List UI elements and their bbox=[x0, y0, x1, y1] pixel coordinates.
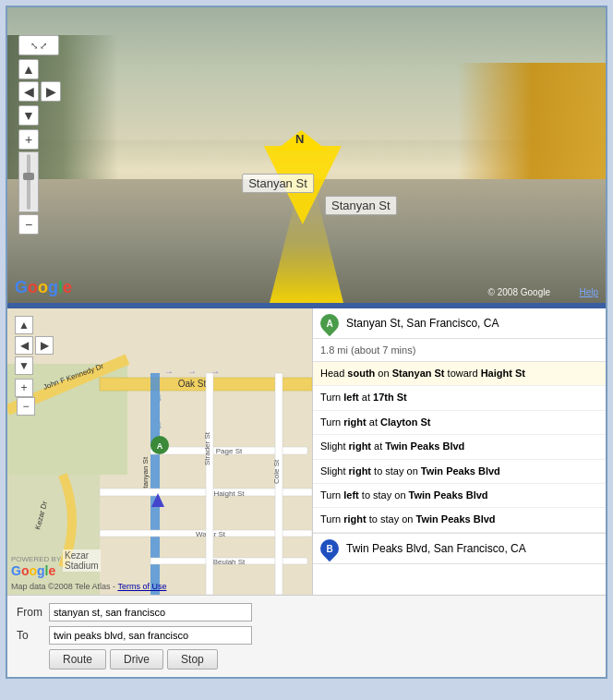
to-input[interactable] bbox=[49, 626, 252, 645]
map-panel: Oak St John F Kennedy Dr Kezar Dr Stanya… bbox=[7, 308, 312, 595]
pan-down-button[interactable]: ▼ bbox=[18, 105, 39, 126]
svg-text:→: → bbox=[187, 367, 197, 377]
map-pan-right[interactable]: ▶ bbox=[35, 336, 54, 355]
map-pan-left[interactable]: ◀ bbox=[15, 336, 33, 355]
to-label: To bbox=[17, 629, 49, 642]
pan-left-button[interactable]: ◀ bbox=[18, 81, 39, 102]
direction-step-1: Head south on Stanyan St toward Haight S… bbox=[313, 362, 606, 386]
directions-panel: A Stanyan St, San Francisco, CA 1.8 mi (… bbox=[312, 308, 606, 595]
streetview-image bbox=[7, 7, 606, 303]
svg-rect-18 bbox=[206, 373, 213, 595]
google-logo-streetview: Google bbox=[15, 278, 72, 297]
svg-text:Stanyan St: Stanyan St bbox=[141, 456, 150, 493]
from-input[interactable] bbox=[49, 603, 252, 622]
direction-step-6: Turn left to stay on Twin Peaks Blvd bbox=[313, 484, 606, 508]
button-row: Route Drive Stop bbox=[17, 649, 596, 670]
help-link[interactable]: Help bbox=[579, 287, 598, 297]
map-zoom-out[interactable]: − bbox=[17, 397, 35, 416]
route-button[interactable]: Route bbox=[49, 649, 106, 670]
zoom-in-button[interactable]: + bbox=[18, 129, 39, 150]
map-zoom-in[interactable]: + bbox=[15, 379, 33, 397]
direction-step-7: Turn right to stay on Twin Peaks Blvd bbox=[313, 508, 606, 532]
from-row: From bbox=[17, 603, 596, 622]
streetview-panel: N Stanyan St Stanyan St ⤡ ⤢ ▲ ◀ ▶ ▼ + bbox=[7, 7, 606, 303]
direction-step-2: Turn left at 17th St bbox=[313, 386, 606, 410]
google-logo-map: POWERED BY Google bbox=[11, 555, 61, 578]
svg-text:Haight St: Haight St bbox=[214, 489, 246, 498]
directions-summary: 1.8 mi (about 7 mins) bbox=[313, 339, 606, 362]
stop-button[interactable]: Stop bbox=[167, 649, 218, 670]
copyright-streetview: © 2008 Google bbox=[488, 287, 550, 297]
terms-link[interactable]: Terms of Use bbox=[117, 582, 166, 591]
zoom-out-button[interactable]: − bbox=[18, 214, 39, 235]
svg-text:→: → bbox=[164, 367, 174, 377]
to-row: To bbox=[17, 626, 596, 645]
street-label-bottom: Stanyan St bbox=[325, 196, 397, 215]
svg-text:Beulah St: Beulah St bbox=[213, 558, 246, 566]
zoom-slider[interactable] bbox=[18, 151, 39, 212]
bottom-form: From To Route Drive Stop bbox=[7, 595, 606, 677]
svg-text:Page St: Page St bbox=[216, 447, 243, 455]
compass-north: N bbox=[295, 132, 304, 146]
svg-text:↓: ↓ bbox=[157, 391, 162, 404]
svg-text:A: A bbox=[157, 441, 163, 451]
drive-button[interactable]: Drive bbox=[110, 649, 163, 670]
svg-text:→: → bbox=[210, 367, 220, 377]
street-label-top: Stanyan St bbox=[242, 174, 314, 193]
pan-right-button[interactable]: ▶ bbox=[41, 81, 61, 102]
streetview-controls: ⤡ ⤢ ▲ ◀ ▶ ▼ + − bbox=[18, 35, 61, 236]
app-container: N Stanyan St Stanyan St ⤡ ⤢ ▲ ◀ ▶ ▼ + bbox=[6, 6, 607, 679]
origin-text: Stanyan St, San Francisco, CA bbox=[346, 317, 499, 330]
direction-step-4: Slight right at Twin Peaks Blvd bbox=[313, 435, 606, 459]
svg-text:Cole St: Cole St bbox=[272, 459, 281, 484]
map-pan-down[interactable]: ▼ bbox=[15, 356, 33, 375]
origin-location: A Stanyan St, San Francisco, CA bbox=[313, 308, 606, 339]
kezar-label: KezarStadium bbox=[63, 549, 101, 572]
svg-text:↓: ↓ bbox=[157, 418, 162, 431]
from-label: From bbox=[17, 606, 49, 619]
map-controls: ▲ ◀ ▶ ▼ + − bbox=[15, 316, 54, 416]
direction-step-5: Slight right to stay on Twin Peaks Blvd bbox=[313, 460, 606, 484]
expand-button[interactable]: ⤡ ⤢ bbox=[18, 35, 59, 55]
svg-text:Oak St: Oak St bbox=[178, 379, 207, 389]
destination-text: Twin Peaks Blvd, San Francisco, CA bbox=[346, 542, 526, 555]
map-directions-row: Oak St John F Kennedy Dr Kezar Dr Stanya… bbox=[7, 308, 606, 595]
marker-a: A bbox=[317, 310, 343, 336]
pan-up-button[interactable]: ▲ bbox=[18, 59, 39, 79]
map-pan-up[interactable]: ▲ bbox=[15, 316, 33, 334]
map-copyright: Map data ©2008 Tele Atlas - Terms of Use bbox=[11, 582, 166, 591]
svg-text:Strader St: Strader St bbox=[203, 431, 211, 465]
destination-location: B Twin Peaks Blvd, San Francisco, CA bbox=[313, 533, 606, 564]
direction-step-3: Turn right at Clayton St bbox=[313, 411, 606, 435]
marker-b: B bbox=[317, 536, 343, 561]
